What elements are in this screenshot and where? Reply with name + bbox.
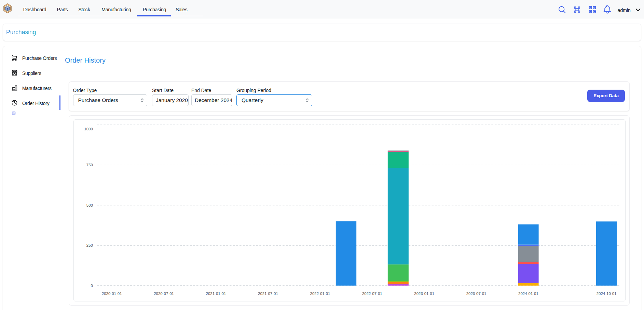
svg-text:2020-01-01: 2020-01-01 [102, 292, 122, 296]
svg-text:2021-07-01: 2021-07-01 [258, 292, 278, 296]
svg-text:0: 0 [91, 284, 93, 288]
svg-text:1000: 1000 [84, 127, 93, 131]
svg-text:250: 250 [86, 243, 93, 247]
svg-text:500: 500 [86, 203, 93, 207]
svg-text:750: 750 [86, 163, 93, 167]
svg-text:2020-07-01: 2020-07-01 [154, 292, 174, 296]
svg-text:2022-01-01: 2022-01-01 [310, 292, 330, 296]
svg-text:2024-01-01: 2024-01-01 [518, 292, 538, 296]
svg-text:2023-01-01: 2023-01-01 [414, 292, 434, 296]
svg-text:2023-07-01: 2023-07-01 [466, 292, 487, 296]
svg-text:2024-10-01: 2024-10-01 [597, 292, 617, 296]
svg-text:2021-01-01: 2021-01-01 [206, 292, 226, 296]
svg-text:2022-07-01: 2022-07-01 [362, 292, 382, 296]
